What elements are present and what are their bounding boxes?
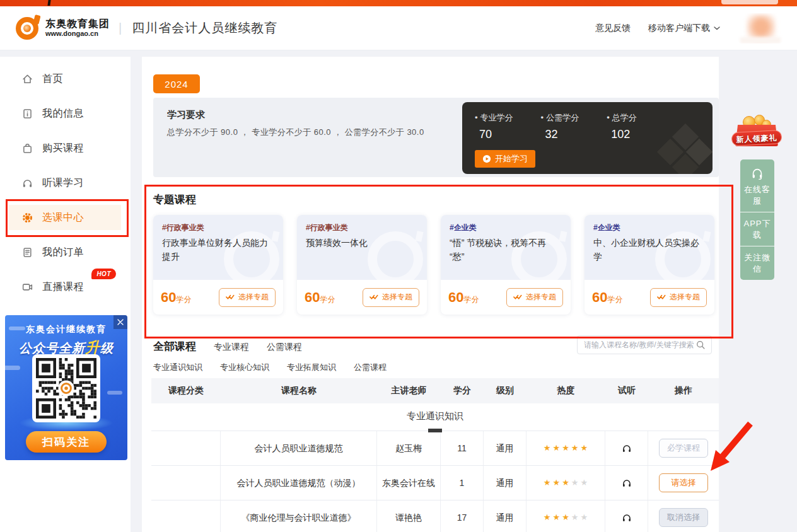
- audition-headphones-icon[interactable]: [621, 442, 632, 454]
- star-icon: ★: [580, 512, 588, 523]
- sidebar-item-buy-courses[interactable]: 购买课程: [9, 136, 121, 161]
- star-icon: ★: [553, 442, 561, 454]
- topic-title: 中、小企业财税人员实操必学: [593, 236, 706, 263]
- page-title: 四川省会计人员继续教育: [132, 20, 277, 37]
- stat-item: •总学分 102: [607, 112, 637, 141]
- cancel-select-button[interactable]: 取消选择: [659, 508, 708, 527]
- start-learning-button[interactable]: 开始学习: [475, 150, 535, 168]
- cell-category: [151, 500, 221, 532]
- search-input[interactable]: [583, 340, 695, 350]
- tab-public-courses[interactable]: 公需课程: [267, 342, 302, 353]
- wechat-promo-banner[interactable]: 东奥会计继续教育 公众号全新升级 扫码关注: [5, 315, 127, 460]
- table-header: 课程分类课程名称主讲老师学分级别热度试听操作: [151, 378, 719, 403]
- feedback-link[interactable]: 意见反馈: [595, 23, 631, 34]
- topic-title: 预算绩效一体化: [306, 236, 418, 250]
- new-user-gift-banner[interactable]: 新人领豪礼: [731, 115, 782, 154]
- float-follow-wechat[interactable]: 关注微信: [740, 246, 774, 280]
- column-header: 操作: [648, 385, 719, 396]
- column-header: 热度: [526, 385, 605, 396]
- stat-value: 102: [611, 128, 637, 141]
- scan-follow-button[interactable]: 扫码关注: [26, 431, 107, 453]
- user-avatar[interactable]: [738, 13, 783, 43]
- select-topic-button[interactable]: 选择专题: [506, 288, 563, 307]
- sidebar-item-label: 首页: [42, 72, 63, 86]
- topic-card: #行政事业类 行政事业单位财务人员能力提升 60学分 选择专题: [153, 215, 283, 315]
- topic-cards: #行政事业类 行政事业单位财务人员能力提升 60学分 选择专题 #行政事业类 预…: [153, 215, 714, 315]
- subtab-2[interactable]: 专业拓展知识: [287, 362, 336, 373]
- select-button[interactable]: 请选择: [659, 473, 708, 492]
- table-row: 会计人员职业道德规范 赵玉梅 11 通用 ★★★★★ 必学课程: [151, 431, 719, 466]
- logo-title: 东奥教育集团: [45, 18, 110, 30]
- star-icon: ★: [544, 512, 551, 523]
- float-online-service[interactable]: 在线客服: [740, 159, 774, 212]
- select-topic-button[interactable]: 选择专题: [650, 288, 707, 307]
- select-topic-button[interactable]: 选择专题: [363, 288, 419, 307]
- star-icon: ★: [580, 442, 588, 454]
- subtab-0[interactable]: 专业通识知识: [153, 362, 202, 373]
- sidebar-nav: 首页我的信息购买课程听课学习选课中心我的订单直播课程HOT: [0, 66, 131, 299]
- sidebar-item-label: 我的订单: [42, 246, 84, 259]
- topics-section-title: 专题课程: [153, 192, 196, 207]
- shopping-bag-icon: [21, 142, 33, 154]
- sidebar-item-live-courses[interactable]: 直播课程HOT: [9, 274, 121, 299]
- requirements-title: 学习要求: [167, 109, 205, 121]
- search-icon[interactable]: [695, 340, 706, 350]
- cell-teacher: 东奥会计在线: [377, 466, 441, 500]
- column-header: 主讲老师: [377, 385, 441, 396]
- main-content: 2024 学习要求 总学分不少于 90.0 ， 专业学分不少于 60.0 ， 公…: [142, 57, 719, 532]
- home-icon: [21, 73, 33, 85]
- logo[interactable]: 东奥教育集团 www.dongao.cn: [14, 15, 110, 42]
- table-row: 会计人员职业道德规范（动漫） 东奥会计在线 1 通用 ★★★★★ 请选择: [151, 466, 719, 500]
- floating-buttons: 在线客服APP下载关注微信: [740, 159, 774, 280]
- column-header: 学分: [441, 385, 484, 396]
- cell-rating: ★★★★★: [526, 500, 605, 532]
- dongao-logo-icon: [14, 15, 40, 42]
- table-row: 《商业伦理与会计职业道德》 谭艳艳 17 通用 ★★★★★ 取消选择: [151, 500, 719, 532]
- app-download-link[interactable]: 移动客户端下载: [648, 23, 720, 34]
- requirements-text: 总学分不少于 90.0 ， 专业学分不少于 60.0 ， 公需学分不少于 30.…: [167, 127, 424, 138]
- sidebar-item-label: 直播课程: [42, 280, 84, 294]
- cell-audition: [605, 431, 648, 465]
- order-list-icon: [21, 246, 33, 258]
- close-icon[interactable]: [113, 315, 127, 329]
- star-icon: ★: [562, 442, 569, 454]
- logo-text: 东奥教育集团 www.dongao.cn: [45, 18, 110, 38]
- topic-card: #企业类 “悟” 节税秘诀，税筹不再 “愁” 60学分 选择专题: [441, 215, 571, 315]
- sidebar-item-my-orders[interactable]: 我的订单: [9, 240, 121, 265]
- star-icon: ★: [580, 477, 588, 489]
- float-app-download[interactable]: APP下载: [740, 212, 774, 246]
- topic-card: #行政事业类 预算绩效一体化 60学分 选择专题: [297, 215, 427, 315]
- play-icon: [482, 154, 491, 163]
- tab-all-courses[interactable]: 全部课程: [153, 339, 196, 354]
- stat-label: 专业学分: [480, 113, 513, 122]
- double-check-icon: [369, 293, 379, 302]
- cell-course-name: 《商业伦理与会计职业道德》: [221, 500, 377, 532]
- app-download-label: 移动客户端下载: [648, 23, 710, 34]
- star-icon: ★: [571, 477, 579, 489]
- tab-professional-courses[interactable]: 专业课程: [214, 342, 249, 353]
- group-label: 专业通识知识: [407, 410, 463, 421]
- hot-badge: HOT: [91, 269, 116, 279]
- audition-headphones-icon[interactable]: [621, 512, 632, 523]
- cell-credits: 17: [441, 500, 484, 532]
- sidebar-item-my-info[interactable]: 我的信息: [9, 101, 121, 126]
- logo-url: www.dongao.cn: [45, 30, 110, 38]
- subtab-1[interactable]: 专业核心知识: [220, 362, 269, 373]
- sidebar-item-label: 购买课程: [42, 142, 84, 155]
- sidebar-item-listen-study[interactable]: 听课学习: [9, 170, 121, 195]
- select-topic-button[interactable]: 选择专题: [219, 288, 276, 307]
- audition-headphones-icon[interactable]: [621, 477, 632, 489]
- year-tab-2024[interactable]: 2024: [153, 74, 200, 93]
- stat-label: 总学分: [612, 113, 637, 122]
- topic-card: #企业类 中、小企业财税人员实操必学 60学分 选择专题: [585, 215, 714, 315]
- header-divider: |: [119, 21, 122, 35]
- cell-action: 必学课程: [648, 431, 719, 465]
- top-banner-strip: [0, 0, 797, 6]
- must-learn-button[interactable]: 必学课程: [659, 439, 708, 458]
- sidebar-item-course-center[interactable]: 选课中心: [9, 205, 121, 230]
- sidebar-item-home[interactable]: 首页: [9, 66, 121, 91]
- info-doc-icon: [21, 108, 33, 120]
- subtab-3[interactable]: 公需课程: [354, 362, 387, 373]
- star-icon: ★: [571, 512, 579, 523]
- sidebar-item-label: 选课中心: [42, 211, 84, 224]
